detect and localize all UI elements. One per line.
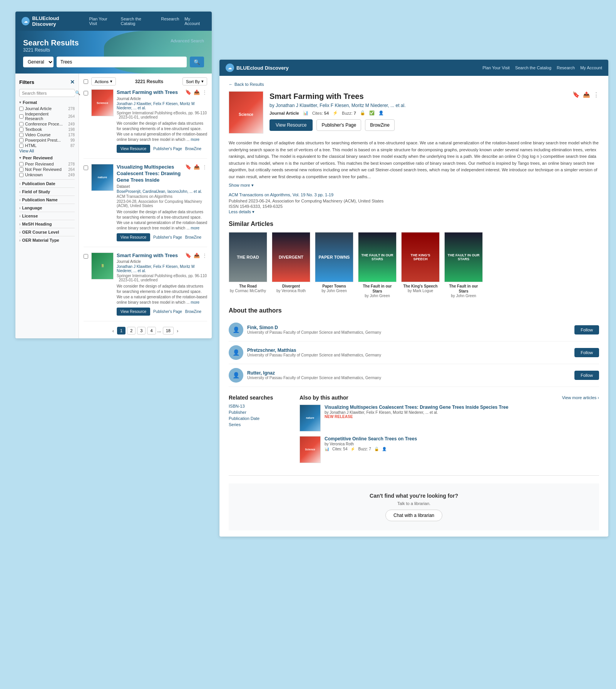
author-1-follow-button[interactable]: Follow	[574, 325, 599, 334]
advanced-search-link[interactable]: Advanced Search	[171, 38, 204, 43]
right-nav-account[interactable]: My Account	[580, 65, 602, 70]
filter-unknown-peer-checkbox[interactable]	[19, 173, 23, 177]
result-3-bookmark-icon[interactable]: 🔖	[185, 253, 191, 258]
result-3-title[interactable]: Smart Farming with Trees	[117, 253, 178, 259]
result-1-share-icon[interactable]: 📤	[194, 89, 200, 95]
right-nav-catalog[interactable]: Search the Catalog	[515, 65, 551, 70]
also-1-title[interactable]: Visualizing Multispecies Coalescent Tree…	[325, 405, 508, 411]
similar-book-cover-divergent[interactable]: DIVERGENT	[272, 232, 310, 282]
filter-search-input[interactable]	[22, 91, 75, 95]
result-2-share-icon[interactable]: 📤	[194, 164, 200, 170]
license-filter[interactable]: › License	[19, 212, 75, 220]
nav-catalog[interactable]: Search the Catalog	[121, 17, 156, 26]
result-2-more-link[interactable]: more	[191, 226, 199, 230]
filter-powerpoint-checkbox[interactable]	[19, 138, 23, 142]
result-2-more-icon[interactable]: ⋮	[202, 164, 207, 170]
show-more-button[interactable]: Show more ▾	[229, 183, 599, 188]
article-view-resource-button[interactable]: View Resource	[270, 119, 313, 131]
similar-book-cover-papertowns[interactable]: PAPER TOWNS	[315, 232, 353, 282]
result-1-title[interactable]: Smart Farming with Trees	[117, 89, 178, 96]
author-3-follow-button[interactable]: Follow	[574, 371, 599, 380]
pub-source-link[interactable]: ACM Transactions on Algorithms, Vol. 19 …	[229, 192, 599, 197]
select-all-checkbox[interactable]	[84, 79, 88, 84]
author-2-name[interactable]: Pfretzschner, Matthias	[247, 348, 381, 353]
back-to-results-link[interactable]: Back to Results	[229, 82, 599, 87]
result-1-more-link[interactable]: more	[191, 137, 199, 142]
publication-name-filter[interactable]: › Publication Name	[19, 196, 75, 204]
page-1-button[interactable]: 1	[117, 327, 126, 334]
page-3-button[interactable]: 3	[137, 327, 146, 334]
related-series-link[interactable]: Series	[229, 422, 290, 427]
filter-not-peer-reviewed-checkbox[interactable]	[19, 167, 23, 172]
search-type-select[interactable]: General	[23, 57, 54, 67]
filter-video-checkbox[interactable]	[19, 133, 23, 137]
similar-book-cover-tfios[interactable]: THE FAULT IN OUR STARS	[358, 232, 397, 282]
nav-plan[interactable]: Plan Your Visit	[89, 17, 115, 26]
pagination-next[interactable]: ›	[175, 327, 180, 334]
result-1-more-icon[interactable]: ⋮	[202, 89, 207, 95]
article-authors[interactable]: by Jonathan J Klawitter, Felix F Klesen,…	[270, 103, 405, 108]
right-nav-research[interactable]: Research	[557, 65, 575, 70]
result-1-browzine-link[interactable]: BrowZine	[185, 147, 201, 151]
publication-date-filter[interactable]: › Publication Date	[19, 179, 75, 187]
result-1-bookmark-icon[interactable]: 🔖	[185, 89, 191, 95]
article-publisher-page-button[interactable]: Publisher's Page	[316, 119, 361, 131]
page-18-button[interactable]: 18	[163, 327, 174, 334]
oer-course-level-filter[interactable]: › OER Course Level	[19, 228, 75, 236]
result-2-authors[interactable]: BoseProsenjit, CardinalJean, IaconoJohn,…	[117, 189, 207, 194]
result-3-more-icon[interactable]: ⋮	[202, 253, 207, 258]
page-2-button[interactable]: 2	[127, 327, 136, 334]
article-browzine-button[interactable]: BrowZine	[365, 119, 395, 131]
result-2-bookmark-icon[interactable]: 🔖	[185, 164, 191, 170]
result-3-browzine-link[interactable]: BrowZine	[185, 309, 201, 314]
nav-account[interactable]: My Account	[184, 17, 206, 26]
result-3-share-icon[interactable]: 📤	[194, 253, 200, 258]
similar-book-cover-tfios2[interactable]: THE FAULT IN OUR STARS	[444, 232, 483, 282]
article-more-icon[interactable]: ⋮	[593, 91, 599, 98]
similar-book-cover-road[interactable]: THE ROAD	[229, 232, 267, 282]
author-2-follow-button[interactable]: Follow	[574, 348, 599, 357]
article-share-icon[interactable]: 📤	[583, 91, 590, 98]
mesh-heading-filter[interactable]: › MeSH Heading	[19, 220, 75, 228]
similar-book-cover-kings-speech[interactable]: THE KING'S SPEECH	[401, 232, 440, 282]
field-of-study-filter[interactable]: › Field of Study	[19, 187, 75, 196]
related-pubdate-link[interactable]: Publication Date	[229, 416, 290, 421]
filter-textbook-checkbox[interactable]	[19, 127, 23, 132]
actions-button[interactable]: Actions ▾	[91, 77, 116, 85]
related-publisher-link[interactable]: Publisher	[229, 410, 290, 415]
result-1-view-resource-button[interactable]: View Resource	[117, 145, 150, 153]
search-button[interactable]: 🔍	[190, 57, 204, 67]
result-3-checkbox[interactable]	[84, 254, 88, 259]
filter-conference-checkbox[interactable]	[19, 122, 23, 126]
result-2-publisher-page-link[interactable]: Publisher's Page	[153, 235, 182, 239]
oer-material-type-filter[interactable]: › OER Material Type	[19, 236, 75, 244]
result-1-authors[interactable]: Jonathan J Klawitter, Felix F Klesen, Mo…	[117, 102, 207, 110]
search-input[interactable]	[57, 57, 187, 67]
result-3-authors[interactable]: Jonathan J Klawitter, Felix F Klesen, Mo…	[117, 264, 207, 273]
filter-independent-research-checkbox[interactable]	[19, 114, 23, 119]
result-1-publisher-page-link[interactable]: Publisher's Page	[153, 147, 182, 151]
format-view-all[interactable]: View All	[19, 149, 75, 153]
author-3-name[interactable]: Rutter, Ignaz	[247, 370, 381, 376]
result-2-checkbox[interactable]	[84, 166, 88, 170]
view-more-articles-link[interactable]: View more articles ›	[562, 395, 599, 400]
also-2-title[interactable]: Competitive Online Search Trees on Trees	[325, 436, 417, 442]
result-3-publisher-page-link[interactable]: Publisher's Page	[153, 309, 182, 314]
pagination-prev[interactable]: ‹	[111, 327, 116, 334]
language-filter[interactable]: › Language	[19, 204, 75, 212]
nav-research[interactable]: Research	[161, 17, 179, 26]
right-nav-plan[interactable]: Plan Your Visit	[482, 65, 510, 70]
filter-peer-reviewed-checkbox[interactable]	[19, 162, 23, 166]
less-details-button[interactable]: Less details ▾	[229, 209, 599, 214]
filters-close-button[interactable]: ✕	[70, 79, 75, 85]
author-1-name[interactable]: Fink, Simon D	[247, 325, 381, 330]
article-bookmark-icon[interactable]: 🔖	[572, 91, 580, 98]
result-3-more-link[interactable]: more	[191, 300, 199, 304]
page-4-button[interactable]: 4	[147, 327, 156, 334]
result-2-title[interactable]: Visualizing Multispecies Coalescent Tree…	[117, 164, 185, 184]
result-3-view-resource-button[interactable]: View Resource	[117, 308, 150, 316]
chat-with-librarian-button[interactable]: Chat with a librarian	[385, 510, 442, 521]
result-2-view-resource-button[interactable]: View Resource	[117, 233, 150, 241]
related-isbn-link[interactable]: ISBN-13	[229, 404, 290, 408]
result-1-checkbox[interactable]	[84, 91, 88, 95]
